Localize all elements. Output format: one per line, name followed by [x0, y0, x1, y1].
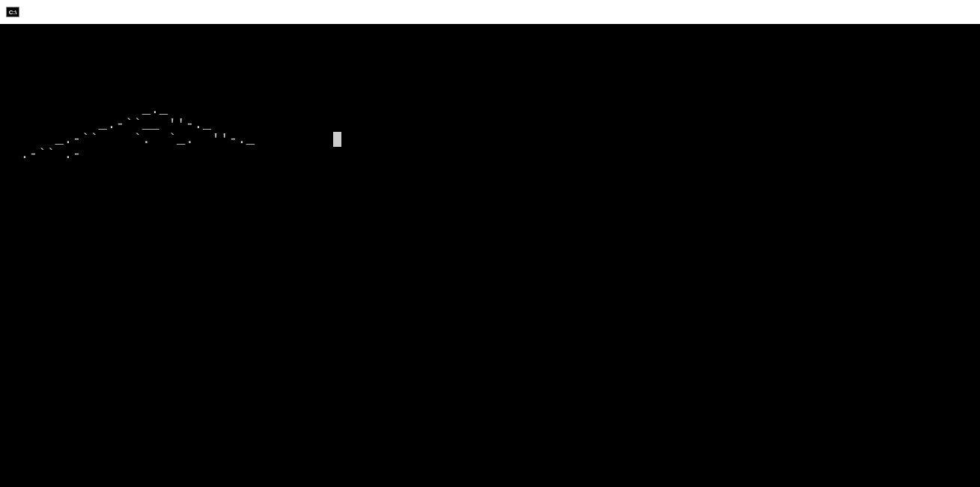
window-titlebar[interactable]: C:\: [0, 0, 980, 24]
ascii-art-banner: .-`` .-: [3, 146, 81, 163]
cmd-icon: C:\: [6, 7, 19, 17]
ascii-art-banner: _._ _.-``__ ''-._ _.-`` `. `_. ''-._: [3, 101, 333, 148]
terminal-output[interactable]: _._ _.-``__ ''-._ _.-`` `. `_. ''-._ .-`…: [0, 24, 980, 165]
cursor: [333, 132, 341, 147]
